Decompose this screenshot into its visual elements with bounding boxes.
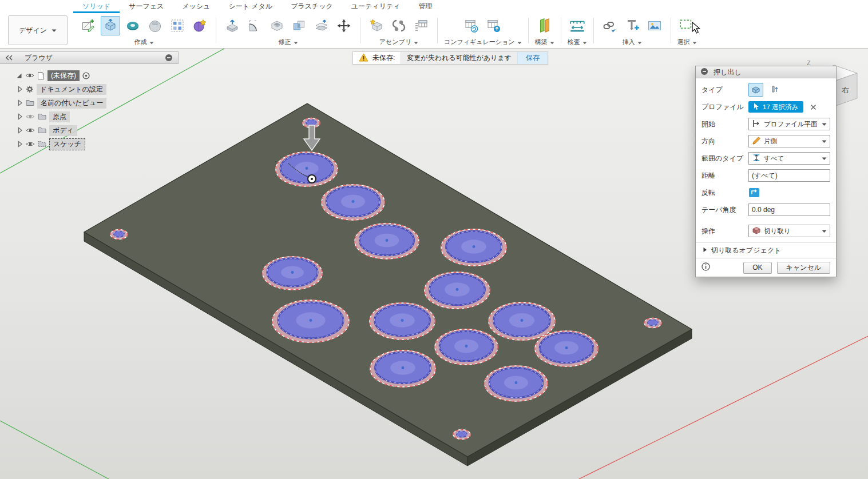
corner-hole-profile[interactable] — [644, 318, 661, 328]
configuration-table-icon[interactable] — [462, 16, 481, 35]
hole-profile[interactable] — [370, 303, 435, 340]
hole-profile[interactable] — [489, 302, 555, 340]
shell-icon[interactable] — [267, 16, 287, 35]
group-inspect-dropdown[interactable]: 検査 — [568, 37, 587, 47]
eye-icon[interactable] — [26, 127, 35, 134]
extrude-icon[interactable] — [101, 16, 120, 35]
browser-row-named-views[interactable]: 名前の付いたビュー — [16, 96, 179, 110]
browser-header[interactable]: ブラウザ — [0, 51, 179, 64]
minimize-browser-icon[interactable] — [165, 54, 173, 62]
expand-arrow-icon[interactable] — [17, 86, 23, 93]
ok-button[interactable]: OK — [743, 262, 771, 274]
hole-profile[interactable] — [370, 350, 435, 387]
info-icon[interactable] — [701, 262, 710, 273]
browser-row-document[interactable]: (未保存) — [16, 69, 179, 82]
expand-arrow-icon[interactable] — [17, 99, 23, 106]
expanded-arrow-icon[interactable] — [16, 73, 22, 79]
configuration-insert-icon[interactable] — [484, 16, 504, 35]
eye-off-icon[interactable] — [26, 113, 35, 120]
browser-item-label[interactable]: スケッチ — [49, 138, 85, 150]
taper-angle-input[interactable] — [748, 203, 830, 216]
eye-icon[interactable] — [26, 141, 35, 147]
tab-sheet-metal[interactable]: シート メタル — [219, 0, 282, 13]
corner-hole-profile[interactable] — [453, 430, 470, 440]
objects-to-cut-section[interactable]: 切り取るオブジェクト — [696, 242, 836, 258]
browser-row-bodies[interactable]: ボディ — [16, 123, 179, 137]
hole-profile[interactable] — [441, 229, 506, 266]
extrude-dialog-header[interactable]: 押し出し — [696, 66, 836, 78]
clear-selection-icon[interactable] — [810, 104, 817, 110]
hole-profile[interactable] — [355, 223, 419, 259]
extent-dropdown[interactable]: すべて — [748, 152, 830, 165]
group-modify-dropdown[interactable]: 修正 — [279, 37, 298, 47]
combine-icon[interactable] — [290, 16, 309, 35]
design-workspace-button[interactable]: デザイン — [8, 15, 68, 45]
canvas-image-icon[interactable] — [645, 16, 664, 35]
distance-input[interactable] — [748, 169, 830, 182]
construct-plane-icon[interactable] — [535, 16, 554, 35]
browser-item-label[interactable]: 名前の付いたビュー — [37, 98, 106, 109]
hole-profile[interactable] — [272, 300, 349, 342]
browser-row-document-settings[interactable]: ドキュメントの設定 — [16, 82, 179, 96]
plate-top-face[interactable] — [84, 103, 692, 457]
eye-icon[interactable] — [25, 72, 34, 79]
hole-profile[interactable] — [322, 185, 385, 220]
offset-face-icon[interactable] — [312, 16, 331, 35]
tab-utilities[interactable]: ユーティリティ — [342, 0, 410, 13]
collapse-dialog-icon[interactable] — [700, 67, 708, 77]
create-form-icon[interactable] — [190, 16, 209, 35]
ground-target-icon[interactable] — [82, 72, 90, 79]
browser-tree: (未保存) ドキュメントの設定 名前の付いたビュー 原点 — [0, 64, 179, 151]
tab-mesh[interactable]: メッシュ — [173, 0, 219, 13]
measure-icon[interactable] — [568, 16, 587, 35]
group-construct-dropdown[interactable]: 構築 — [535, 37, 554, 47]
hole-profile[interactable] — [535, 331, 598, 366]
tab-surface[interactable]: サーフェス — [120, 0, 173, 13]
insert-design-icon[interactable] — [600, 16, 620, 35]
browser-item-label[interactable]: 原点 — [49, 111, 70, 122]
expand-arrow-icon[interactable] — [17, 127, 23, 134]
insert-fastener-icon[interactable] — [623, 16, 642, 35]
browser-row-sketches[interactable]: スケッチ — [16, 137, 179, 151]
pattern-icon[interactable] — [168, 16, 187, 35]
hole-profile[interactable] — [435, 329, 498, 365]
revolve-icon[interactable] — [123, 16, 142, 35]
hole-profile[interactable] — [425, 272, 490, 309]
extrude-type-solid-button[interactable] — [748, 83, 763, 97]
new-component-icon[interactable] — [367, 16, 386, 35]
direction-dropdown[interactable]: 片側 — [748, 135, 830, 147]
group-configure-dropdown[interactable]: コンフィギュレーション — [444, 37, 522, 47]
press-pull-icon[interactable] — [223, 16, 242, 35]
hole-icon[interactable] — [145, 16, 165, 35]
hole-profile[interactable] — [263, 257, 322, 290]
browser-item-label[interactable]: ボディ — [49, 125, 77, 136]
tab-manage[interactable]: 管理 — [410, 0, 442, 13]
corner-hole-profile[interactable] — [110, 230, 128, 240]
extrude-type-thin-button[interactable] — [767, 83, 782, 97]
hole-profile[interactable] — [485, 366, 548, 401]
browser-row-origin[interactable]: 原点 — [16, 110, 179, 123]
save-button[interactable]: 保存 — [517, 52, 548, 64]
hole-profile[interactable] — [276, 152, 338, 186]
tab-plastic[interactable]: プラスチック — [282, 0, 342, 13]
component-list-icon[interactable] — [411, 16, 431, 35]
collapse-browser-icon[interactable] — [5, 55, 13, 61]
joint-icon[interactable] — [389, 16, 409, 35]
flip-button[interactable] — [748, 187, 760, 198]
group-assemble-dropdown[interactable]: アセンブリ — [379, 37, 418, 47]
move-icon[interactable] — [334, 16, 354, 35]
create-sketch-icon[interactable] — [78, 16, 98, 35]
group-create-dropdown[interactable]: 作成 — [134, 37, 154, 47]
group-select-dropdown[interactable]: 選択 — [677, 37, 697, 47]
fillet-icon[interactable] — [245, 16, 264, 35]
expand-arrow-icon[interactable] — [17, 141, 23, 147]
operation-dropdown[interactable]: 切り取り — [748, 225, 830, 237]
cancel-button[interactable]: キャンセル — [777, 262, 830, 274]
browser-item-label[interactable]: (未保存) — [47, 70, 80, 81]
start-dropdown[interactable]: プロファイル平面 — [748, 118, 830, 130]
tab-solid[interactable]: ソリッド — [73, 0, 120, 13]
browser-item-label[interactable]: ドキュメントの設定 — [37, 84, 106, 95]
expand-arrow-icon[interactable] — [17, 113, 23, 120]
group-insert-dropdown[interactable]: 挿入 — [623, 37, 642, 47]
profile-selection-badge[interactable]: 17 選択済み — [748, 101, 803, 113]
